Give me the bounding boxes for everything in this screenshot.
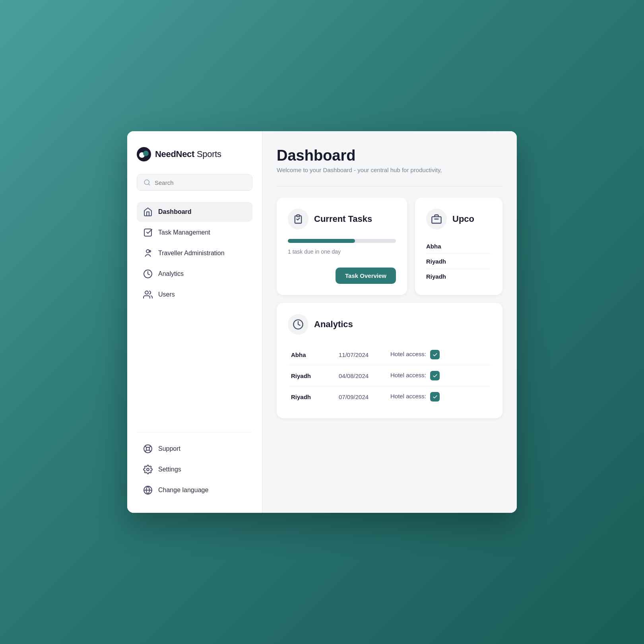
check-badge-2 [430,371,440,380]
sidebar-item-dashboard[interactable]: Dashboard [137,202,252,222]
search-input[interactable] [155,179,246,186]
analytics-card: Analytics Abha 11/07/2024 Hotel access: [277,303,502,418]
upcoming-item-3: Riyadh [426,269,491,284]
sidebar: NeedNect Sports Dashboard [127,131,262,513]
card-upcoming-header: Upco [426,209,491,229]
clock-icon [293,319,304,330]
home-icon [143,207,153,217]
divider [277,186,502,186]
task-icon [143,228,153,237]
cards-row: Current Tasks 1 task due in one day Task… [277,198,502,295]
svg-rect-19 [297,215,300,217]
sidebar-item-settings[interactable]: Settings [137,460,252,479]
logo-text: NeedNect Sports [155,149,221,159]
sidebar-item-dashboard-label: Dashboard [158,208,192,215]
current-tasks-title: Current Tasks [314,214,372,224]
upcoming-item-2: Riyadh [426,254,491,269]
svg-rect-5 [144,229,151,236]
tasks-icon-circle [288,209,308,229]
svg-line-12 [145,446,147,448]
svg-line-13 [149,450,151,452]
search-box[interactable] [137,174,252,191]
users-icon [143,290,153,299]
settings-icon [143,465,153,474]
language-icon [143,485,153,495]
sidebar-item-settings-label: Settings [158,466,181,473]
sidebar-bottom: Support Settings Change language [137,432,252,500]
analytics-access-2: Hotel access: [387,365,491,386]
sidebar-item-users-label: Users [158,291,175,298]
analytics-row-2: Riyadh 04/08/2024 Hotel access: [288,365,491,386]
support-icon [143,444,153,454]
analytics-date-2: 04/08/2024 [336,365,387,386]
svg-line-14 [149,446,151,448]
svg-line-15 [145,450,147,452]
sidebar-item-task-label: Task Management [158,229,210,236]
upcoming-card: Upco Abha Riyadh Riyadh [415,198,502,295]
svg-point-9 [145,291,148,294]
analytics-date-3: 07/09/2024 [336,386,387,407]
sidebar-item-language-label: Change language [158,487,208,494]
nav-items: Dashboard Task Management Traveller Admi… [137,202,252,423]
analytics-icon [143,269,153,279]
sidebar-item-change-language[interactable]: Change language [137,480,252,500]
analytics-access-1: Hotel access: [387,344,491,365]
progress-bar-bg [288,239,396,243]
analytics-table: Abha 11/07/2024 Hotel access: Riyadh 04/… [288,344,491,407]
svg-line-4 [148,184,149,185]
traveller-icon [143,248,153,258]
svg-point-2 [143,151,149,156]
upcoming-icon-circle [426,209,447,229]
svg-point-16 [147,468,149,471]
analytics-access-3: Hotel access: [387,386,491,407]
sidebar-item-analytics-label: Analytics [158,270,184,277]
analytics-city-1: Abha [288,344,336,365]
sidebar-item-users[interactable]: Users [137,285,252,305]
sidebar-item-traveller[interactable]: Traveller Administration [137,243,252,263]
sidebar-item-analytics[interactable]: Analytics [137,264,252,284]
upcoming-title: Upco [452,214,474,224]
neednect-logo-icon [137,147,151,161]
current-tasks-card: Current Tasks 1 task due in one day Task… [277,198,407,295]
check-badge-3 [430,392,440,402]
analytics-card-title: Analytics [314,319,353,330]
progress-bar-fill [288,239,355,243]
sidebar-item-support[interactable]: Support [137,439,252,459]
main-content: Dashboard Welcome to your Dashboard - yo… [262,131,517,513]
analytics-date-1: 11/07/2024 [336,344,387,365]
logo-area: NeedNect Sports [137,147,252,161]
analytics-city-2: Riyadh [288,365,336,386]
analytics-row-3: Riyadh 07/09/2024 Hotel access: [288,386,491,407]
analytics-city-3: Riyadh [288,386,336,407]
briefcase-icon [431,213,442,225]
clipboard-check-icon [293,213,304,225]
check-badge-1 [430,350,440,359]
sidebar-item-support-label: Support [158,445,180,452]
task-count-text: 1 task due in one day [288,248,396,255]
analytics-icon-circle [288,314,308,335]
sidebar-item-task-management[interactable]: Task Management [137,223,252,242]
upcoming-item-1: Abha [426,239,491,254]
sidebar-item-traveller-label: Traveller Administration [158,250,225,257]
card-tasks-footer: Task Overview [288,268,396,284]
card-analytics-header: Analytics [288,314,491,335]
card-tasks-header: Current Tasks [288,209,396,229]
page-title: Dashboard [277,147,502,164]
upcoming-items: Abha Riyadh Riyadh [426,239,491,284]
task-overview-button[interactable]: Task Overview [336,268,396,284]
search-icon [144,179,151,186]
analytics-row-1: Abha 11/07/2024 Hotel access: [288,344,491,365]
page-subtitle: Welcome to your Dashboard - your central… [277,167,502,173]
svg-rect-20 [432,217,441,223]
